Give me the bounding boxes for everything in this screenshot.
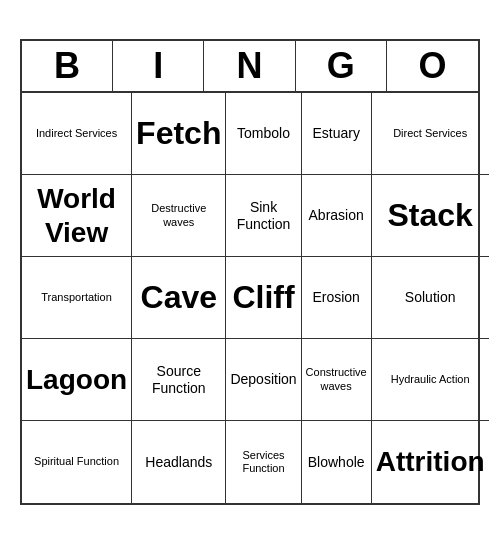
header-letter-g: G [296, 41, 387, 91]
header-letter-o: O [387, 41, 478, 91]
bingo-cell-18[interactable]: Constructive waves [302, 339, 372, 421]
header-letter-b: B [22, 41, 113, 91]
cell-text-18: Constructive waves [306, 366, 367, 392]
bingo-cell-24[interactable]: Attrition [372, 421, 489, 503]
cell-text-5: World View [26, 182, 127, 249]
cell-text-3: Estuary [312, 125, 359, 142]
header-letter-n: N [204, 41, 295, 91]
bingo-header: BINGO [22, 41, 478, 93]
cell-text-2: Tombolo [237, 125, 290, 142]
cell-text-10: Transportation [41, 291, 112, 304]
bingo-cell-0[interactable]: Indirect Services [22, 93, 132, 175]
bingo-cell-5[interactable]: World View [22, 175, 132, 257]
bingo-cell-14[interactable]: Solution [372, 257, 489, 339]
header-letter-i: I [113, 41, 204, 91]
cell-text-0: Indirect Services [36, 127, 117, 140]
bingo-cell-8[interactable]: Abrasion [302, 175, 372, 257]
bingo-cell-10[interactable]: Transportation [22, 257, 132, 339]
bingo-cell-19[interactable]: Hydraulic Action [372, 339, 489, 421]
bingo-cell-4[interactable]: Direct Services [372, 93, 489, 175]
bingo-grid: Indirect ServicesFetchTomboloEstuaryDire… [22, 93, 478, 503]
cell-text-12: Cliff [232, 278, 294, 316]
bingo-cell-17[interactable]: Deposition [226, 339, 301, 421]
cell-text-17: Deposition [230, 371, 296, 388]
cell-text-4: Direct Services [393, 127, 467, 140]
cell-text-7: Sink Function [230, 199, 296, 233]
bingo-cell-20[interactable]: Spiritual Function [22, 421, 132, 503]
bingo-cell-13[interactable]: Erosion [302, 257, 372, 339]
cell-text-8: Abrasion [309, 207, 364, 224]
cell-text-13: Erosion [312, 289, 359, 306]
cell-text-1: Fetch [136, 114, 221, 152]
bingo-cell-7[interactable]: Sink Function [226, 175, 301, 257]
bingo-cell-9[interactable]: Stack [372, 175, 489, 257]
bingo-cell-6[interactable]: Destructive waves [132, 175, 226, 257]
bingo-cell-2[interactable]: Tombolo [226, 93, 301, 175]
cell-text-24: Attrition [376, 445, 485, 479]
cell-text-9: Stack [387, 196, 472, 234]
cell-text-20: Spiritual Function [34, 455, 119, 468]
bingo-cell-21[interactable]: Headlands [132, 421, 226, 503]
cell-text-23: Blowhole [308, 454, 365, 471]
cell-text-19: Hydraulic Action [391, 373, 470, 386]
cell-text-21: Headlands [145, 454, 212, 471]
bingo-cell-16[interactable]: Source Function [132, 339, 226, 421]
cell-text-14: Solution [405, 289, 456, 306]
bingo-cell-3[interactable]: Estuary [302, 93, 372, 175]
cell-text-6: Destructive waves [136, 202, 221, 228]
bingo-cell-22[interactable]: Services Function [226, 421, 301, 503]
bingo-cell-23[interactable]: Blowhole [302, 421, 372, 503]
bingo-card: BINGO Indirect ServicesFetchTomboloEstua… [20, 39, 480, 505]
bingo-cell-1[interactable]: Fetch [132, 93, 226, 175]
bingo-cell-15[interactable]: Lagoon [22, 339, 132, 421]
cell-text-16: Source Function [136, 363, 221, 397]
cell-text-11: Cave [141, 278, 218, 316]
cell-text-22: Services Function [230, 449, 296, 475]
cell-text-15: Lagoon [26, 363, 127, 397]
bingo-cell-12[interactable]: Cliff [226, 257, 301, 339]
bingo-cell-11[interactable]: Cave [132, 257, 226, 339]
